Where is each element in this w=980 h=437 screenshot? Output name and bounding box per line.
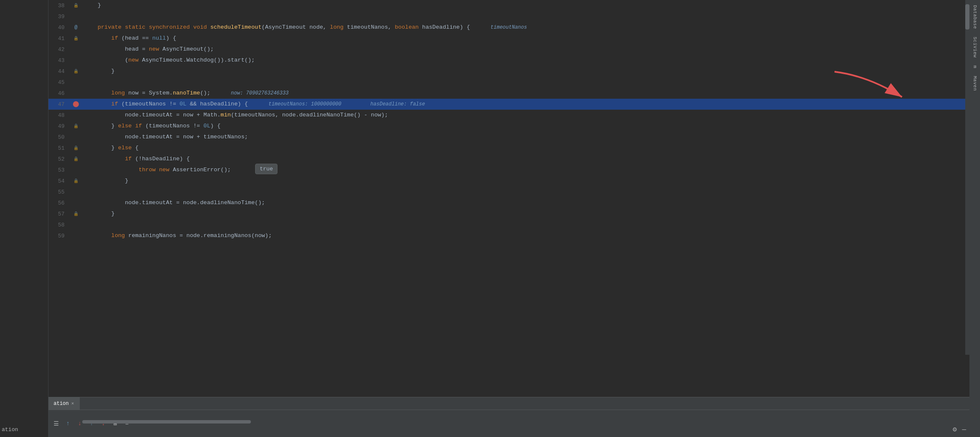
- sidebar-tab-sciview[interactable]: SciView: [971, 33, 979, 61]
- code-area[interactable]: 38🔒 }3940@ private static synchronized v…: [48, 0, 969, 397]
- line-content: node.timeoutAt = now + Math.min(timeoutN…: [82, 110, 969, 121]
- left-sidebar: ation: [0, 0, 48, 437]
- line-content: if (timeoutNanos != 0L && hasDeadline) {…: [82, 99, 969, 110]
- code-line: 38🔒 }: [48, 0, 969, 11]
- line-content: node.timeoutAt = now + timeoutNanos;: [82, 132, 969, 143]
- line-gutter: 🔒: [70, 36, 82, 41]
- line-content: }: [82, 66, 969, 77]
- code-line: 53 throw new AssertionError();: [48, 165, 969, 175]
- sidebar-tab-maven[interactable]: Maven: [971, 73, 979, 94]
- line-content: if (!hasDeadline) {: [82, 154, 969, 165]
- line-number: 39: [48, 13, 70, 20]
- at-icon: @: [74, 24, 77, 30]
- code-line: 44🔒 }: [48, 66, 969, 77]
- code-line: 55: [48, 186, 969, 197]
- line-number: 51: [48, 145, 70, 151]
- line-number: 55: [48, 189, 70, 195]
- line-number: 56: [48, 200, 70, 206]
- lock-icon: 🔒: [73, 156, 78, 162]
- lock-icon: 🔒: [73, 36, 78, 41]
- line-gutter: 🔒: [70, 3, 82, 8]
- line-number: 43: [48, 57, 70, 64]
- line-gutter: @: [70, 24, 82, 30]
- code-line: 39: [48, 11, 969, 22]
- horizontal-scrollbar[interactable]: [82, 420, 969, 424]
- tab-close-button[interactable]: ×: [71, 401, 74, 406]
- bottom-toolbar: ☰ ↑ ↓ ↑ ↓ ⊞ ≡: [48, 410, 969, 437]
- line-content: } else {: [82, 143, 969, 154]
- code-line: 46 long now = System.nanoTime(); now: 70…: [48, 88, 969, 99]
- line-content: (new AsyncTimeout.Watchdog()).start();: [82, 55, 969, 66]
- minimize-icon[interactable]: —: [962, 426, 966, 434]
- bottom-tab-active[interactable]: ation ×: [48, 397, 80, 410]
- line-gutter: 🔒: [70, 69, 82, 74]
- sidebar-tab-database[interactable]: Database: [971, 2, 979, 32]
- code-line: 56 node.timeoutAt = node.deadlineNanoTim…: [48, 197, 969, 208]
- lock-icon: 🔒: [73, 3, 78, 8]
- code-line: 50 node.timeoutAt = now + timeoutNanos;: [48, 132, 969, 143]
- line-number: 45: [48, 79, 70, 86]
- line-number: 46: [48, 90, 70, 97]
- scrollbar-thumb[interactable]: [965, 4, 969, 30]
- line-number: 44: [48, 68, 70, 75]
- lock-icon: 🔒: [73, 146, 78, 151]
- line-number: 38: [48, 3, 70, 9]
- bottom-tabs: ation × ⚙ —: [48, 397, 969, 410]
- gear-icon[interactable]: ⚙: [953, 425, 957, 434]
- lock-icon: 🔒: [73, 178, 78, 183]
- code-line: 48 node.timeoutAt = now + Math.min(timeo…: [48, 110, 969, 121]
- lock-icon: 🔒: [73, 124, 78, 129]
- line-content: long now = System.nanoTime(); now: 70902…: [82, 88, 969, 99]
- line-gutter: 🔒: [70, 156, 82, 162]
- code-line: 59 long remainingNanos = node.remainingN…: [48, 230, 969, 241]
- line-content: private static synchronized void schedul…: [82, 22, 969, 33]
- line-content: node.timeoutAt = node.deadlineNanoTime()…: [82, 197, 969, 208]
- code-line: 40@ private static synchronized void sch…: [48, 22, 969, 33]
- line-number: 50: [48, 134, 70, 140]
- line-number: 58: [48, 222, 70, 228]
- vertical-scrollbar[interactable]: [965, 0, 969, 355]
- lock-icon: 🔒: [73, 211, 78, 216]
- code-line: 43 (new AsyncTimeout.Watchdog()).start()…: [48, 55, 969, 66]
- debug-tooltip: true: [255, 164, 277, 174]
- line-gutter: 🔒: [70, 178, 82, 183]
- line-content: if (head == null) {: [82, 33, 969, 44]
- line-gutter: 🔒: [70, 146, 82, 151]
- code-line: 41🔒 if (head == null) {: [48, 33, 969, 44]
- line-content: }: [82, 0, 969, 11]
- line-gutter: 🔒: [70, 211, 82, 216]
- editor-main: 38🔒 }3940@ private static synchronized v…: [48, 0, 969, 437]
- code-line: 54🔒 }: [48, 175, 969, 186]
- line-number: 54: [48, 178, 70, 184]
- line-number: 40: [48, 24, 70, 31]
- line-content: } else if (timeoutNanos != 0L) {: [82, 121, 969, 132]
- bottom-tab-label: ation: [54, 401, 69, 407]
- h-scrollbar-thumb[interactable]: [82, 420, 251, 424]
- code-line: 47 if (timeoutNanos != 0L && hasDeadline…: [48, 99, 969, 110]
- code-line: 42 head = new AsyncTimeout();: [48, 44, 969, 55]
- status-label: ation: [0, 426, 18, 433]
- toolbar-btn-menu[interactable]: ☰: [52, 419, 60, 428]
- line-content: }: [82, 175, 969, 186]
- line-content: }: [82, 208, 969, 219]
- code-lines: 38🔒 }3940@ private static synchronized v…: [48, 0, 969, 241]
- breakpoint-icon: [73, 101, 79, 107]
- lock-icon: 🔒: [73, 69, 78, 74]
- code-line: 52🔒 if (!hasDeadline) {: [48, 154, 969, 165]
- line-number: 47: [48, 101, 70, 108]
- right-sidebar: Database SciView m Maven: [969, 0, 980, 437]
- line-number: 41: [48, 35, 70, 42]
- line-content: throw new AssertionError();: [82, 165, 969, 175]
- line-number: 53: [48, 167, 70, 173]
- line-number: 42: [48, 46, 70, 53]
- code-line: 45: [48, 77, 969, 88]
- line-number: 52: [48, 156, 70, 162]
- sidebar-tab-m[interactable]: m: [971, 62, 979, 72]
- line-content: long remainingNanos = node.remainingNano…: [82, 230, 969, 241]
- editor-container: ation 38🔒 }3940@ private static synchron…: [0, 0, 980, 437]
- toolbar-btn-up1[interactable]: ↑: [64, 419, 72, 428]
- bottom-panel: ation × ⚙ — ☰ ↑ ↓ ↑ ↓ ⊞ ≡: [48, 397, 969, 437]
- line-gutter: 🔒: [70, 124, 82, 129]
- code-line: 51🔒 } else {: [48, 143, 969, 154]
- line-content: head = new AsyncTimeout();: [82, 44, 969, 55]
